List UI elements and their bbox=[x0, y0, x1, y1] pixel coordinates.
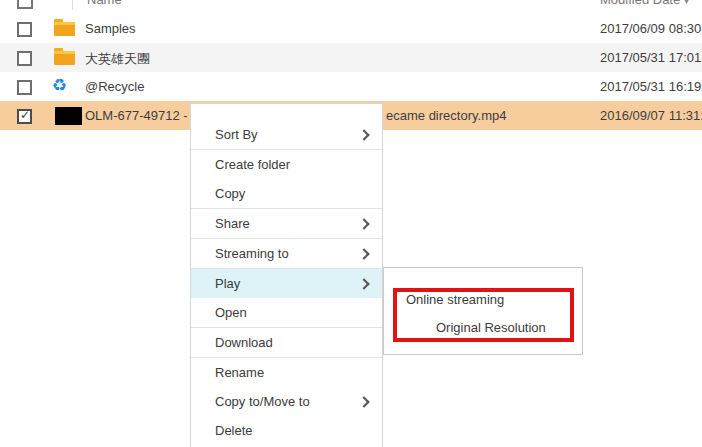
modified-date: 2017/05/31 17:01: bbox=[600, 50, 702, 65]
modified-date-label: Modified Date bbox=[600, 0, 680, 7]
menu-item-download[interactable]: Download bbox=[191, 328, 382, 357]
menu-item-sort-by[interactable]: Sort By bbox=[191, 120, 382, 149]
checkmark-icon: ✓ bbox=[20, 109, 30, 121]
chevron-right-icon bbox=[358, 129, 369, 140]
file-name-right-fragment: ecame directory.mp4 bbox=[386, 108, 506, 123]
menu-item-label: Copy bbox=[215, 186, 245, 201]
menu-item-label: Share bbox=[215, 216, 250, 231]
file-name: 大英雄天團 bbox=[85, 50, 150, 68]
menu-item-copy-to-move-to[interactable]: Copy to/Move to bbox=[191, 387, 382, 416]
recycle-icon: ♻ bbox=[52, 75, 67, 97]
menu-item-share[interactable]: Share bbox=[191, 209, 382, 238]
menu-item-label: Download bbox=[215, 335, 273, 350]
chevron-right-icon bbox=[358, 396, 369, 407]
folder-icon bbox=[54, 22, 75, 36]
folder-icon bbox=[54, 51, 75, 65]
menu-item-label: Streaming to bbox=[215, 246, 289, 261]
menu-item-label: Play bbox=[215, 276, 240, 291]
menu-item-label: Sort By bbox=[215, 127, 258, 142]
file-name-left-fragment: OLM-677-49712 - F bbox=[85, 108, 199, 123]
annotation-red-rectangle bbox=[393, 288, 574, 342]
column-divider bbox=[72, 0, 73, 10]
sort-caret-icon: ▾ bbox=[684, 0, 689, 6]
menu-item-label: Delete bbox=[215, 423, 253, 438]
file-row-recycle[interactable]: ♻ @Recycle 2017/05/31 16:19: bbox=[0, 72, 702, 101]
menu-item-label: Rename bbox=[215, 365, 264, 380]
file-row-samples[interactable]: Samples 2017/06/09 08:30: bbox=[0, 14, 702, 43]
file-name: @Recycle bbox=[85, 79, 144, 94]
menu-item-delete[interactable]: Delete bbox=[191, 416, 382, 445]
chevron-right-icon bbox=[358, 278, 369, 289]
context-menu: Sort By Create folder Copy Share Streami… bbox=[190, 103, 383, 447]
row-checkbox[interactable] bbox=[17, 51, 32, 66]
menu-item-rename[interactable]: Rename bbox=[191, 358, 382, 387]
column-header-name[interactable]: Name bbox=[87, 0, 122, 7]
column-header-modified-date[interactable]: Modified Date▾ bbox=[600, 0, 689, 7]
menu-item-copy[interactable]: Copy bbox=[191, 179, 382, 208]
file-name: Samples bbox=[85, 21, 136, 36]
menu-item-create-folder[interactable]: Create folder bbox=[191, 150, 382, 179]
chevron-right-icon bbox=[358, 218, 369, 229]
menu-item-play[interactable]: Play bbox=[191, 269, 382, 298]
modified-date: 2017/05/31 16:19: bbox=[600, 79, 702, 94]
menu-item-label: Create folder bbox=[215, 157, 290, 172]
menu-item-label: Open bbox=[215, 305, 247, 320]
menu-item-label: Copy to/Move to bbox=[215, 394, 310, 409]
file-row-big-hero[interactable]: 大英雄天團 2017/05/31 17:01: bbox=[0, 43, 702, 72]
play-submenu: Online streaming Original Resolution bbox=[383, 267, 583, 355]
modified-date: 2017/06/09 08:30: bbox=[600, 21, 702, 36]
chevron-right-icon bbox=[358, 248, 369, 259]
modified-date: 2016/09/07 11:31: bbox=[600, 108, 702, 123]
select-all-checkbox[interactable] bbox=[17, 0, 33, 9]
row-checkbox-checked[interactable]: ✓ bbox=[17, 109, 32, 124]
menu-item-open[interactable]: Open bbox=[191, 298, 382, 327]
row-checkbox[interactable] bbox=[17, 80, 32, 95]
list-header: Name Modified Date▾ bbox=[0, 0, 702, 15]
menu-item-streaming-to[interactable]: Streaming to bbox=[191, 239, 382, 268]
video-thumbnail-icon bbox=[55, 107, 82, 125]
row-checkbox[interactable] bbox=[17, 22, 32, 37]
